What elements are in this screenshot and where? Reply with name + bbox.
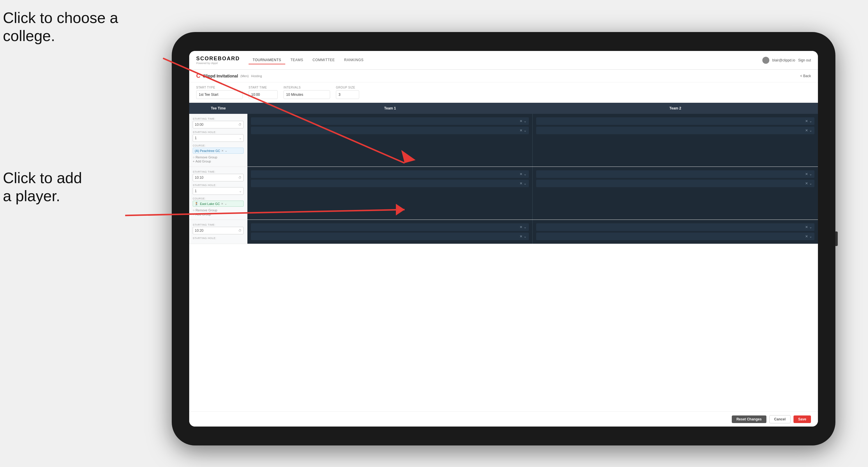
annotation-add-player: Click to add a player. [3, 169, 82, 205]
player-row-1-2-edit[interactable]: ⌄ [524, 128, 527, 132]
player-row-2-4[interactable]: ✕ ⌄ [536, 180, 814, 187]
player-row-1-2-x[interactable]: ✕ [520, 128, 523, 132]
starting-time-input-2[interactable]: 10:10 ⏱ [193, 174, 244, 181]
course-chip-1[interactable]: (A) Peachtree GC × ⌄ [193, 148, 244, 154]
course-chip-1-remove[interactable]: × [221, 149, 223, 153]
nav-link-tournaments[interactable]: TOURNAMENTS [249, 56, 285, 64]
user-email: blair@clippd.io [772, 58, 795, 62]
group-1-team2: ✕ ⌄ ✕ ⌄ [533, 114, 818, 166]
event-gender: (Men) [241, 74, 249, 78]
starting-hole-label-3: STARTING HOLE: [193, 237, 244, 240]
brand-name: SCOREBOARD [196, 56, 240, 62]
starting-hole-label-2: STARTING HOLE: [193, 184, 244, 187]
course-chip-1-expand[interactable]: ⌄ [225, 149, 227, 153]
th-team1: Team 1 [247, 105, 533, 112]
player-row-2-2-x[interactable]: ✕ [520, 181, 523, 185]
sign-out-link[interactable]: Sign out [798, 58, 811, 62]
player-row-1-3[interactable]: ✕ ⌄ [536, 117, 814, 125]
player-row-1-4-edit[interactable]: ⌄ [809, 128, 812, 132]
starting-time-label-3: STARTING TIME: [193, 223, 244, 226]
nav-link-committee[interactable]: COMMITTEE [309, 56, 339, 64]
starting-time-input-3[interactable]: 10:20 ⏱ [193, 227, 244, 235]
player-row-1-3-edit[interactable]: ⌄ [809, 119, 812, 123]
player-row-1-4[interactable]: ✕ ⌄ [536, 127, 814, 134]
player-row-2-3-x[interactable]: ✕ [805, 172, 808, 176]
start-time-label: Start Time [249, 86, 278, 89]
player-row-1-4-x[interactable]: ✕ [805, 128, 808, 132]
remove-group-1[interactable]: ○ Remove Group [193, 155, 244, 159]
player-row-3-4-x[interactable]: ✕ [805, 235, 808, 239]
starting-hole-select-1[interactable]: 1 ⌄ [193, 134, 244, 142]
starting-time-input-1[interactable]: 10:00 ⏱ [193, 121, 244, 128]
add-group-1[interactable]: + Add Group [193, 160, 244, 163]
cancel-button[interactable]: Cancel [769, 415, 790, 423]
player-row-1-2[interactable]: ✕ ⌄ [251, 127, 529, 134]
player-row-3-2-edit[interactable]: ⌄ [524, 235, 527, 239]
player-row-3-3-x[interactable]: ✕ [805, 225, 808, 229]
player-row-2-1-edit[interactable]: ⌄ [524, 172, 527, 176]
group-1-team1: ✕ ⌄ ✕ ⌄ [247, 114, 533, 166]
course-icon-2: 🏌 [195, 202, 199, 206]
intervals-label: Intervals [283, 86, 330, 89]
th-team2: Team 2 [533, 105, 818, 112]
course-chip-2-remove[interactable]: × [221, 201, 223, 206]
event-title: Clippd Invitational [203, 74, 238, 78]
intervals-select[interactable]: 10 Minutes [283, 90, 330, 99]
nav-link-rankings[interactable]: RANKINGS [340, 56, 368, 64]
player-row-2-2-edit[interactable]: ⌄ [524, 181, 527, 185]
back-button[interactable]: < Back [800, 74, 811, 78]
start-time-group: Start Time [249, 86, 278, 99]
group-row-2: STARTING TIME: 10:10 ⏱ STARTING HOLE: 1 … [189, 167, 818, 220]
save-button[interactable]: Save [794, 415, 811, 423]
reset-button[interactable]: Reset Changes [732, 415, 767, 423]
player-row-1-1[interactable]: ✕ ⌄ [251, 117, 529, 125]
clippd-logo: C [196, 72, 200, 79]
start-time-input[interactable] [249, 90, 278, 99]
group-2-team2: ✕ ⌄ ✕ ⌄ [533, 167, 818, 220]
group-1-info: STARTING TIME: 10:00 ⏱ STARTING HOLE: 1 … [189, 114, 247, 166]
player-row-3-4[interactable]: ✕ ⌄ [536, 232, 814, 240]
player-row-3-1[interactable]: ✕ ⌄ [251, 223, 529, 231]
start-type-select[interactable]: 1st Tee Start [196, 90, 243, 99]
player-row-1-1-x[interactable]: ✕ [520, 119, 523, 123]
player-row-2-4-x[interactable]: ✕ [805, 181, 808, 185]
player-row-3-3[interactable]: ✕ ⌄ [536, 223, 814, 231]
player-row-2-3-edit[interactable]: ⌄ [809, 172, 812, 176]
group-row-3: STARTING TIME: 10:20 ⏱ STARTING HOLE: ✕ … [189, 220, 818, 244]
start-type-label: Start Type [196, 86, 243, 89]
group-2-team1: ✕ ⌄ ✕ ⌄ [247, 167, 533, 220]
start-type-group: Start Type 1st Tee Start [196, 86, 243, 99]
course-chip-2-expand[interactable]: ⌄ [224, 202, 227, 206]
player-row-2-2[interactable]: ✕ ⌄ [251, 180, 529, 187]
course-chip-2[interactable]: 🏌 East Lake GC × ⌄ [193, 200, 244, 207]
tablet-side-button [835, 231, 838, 246]
player-row-3-4-edit[interactable]: ⌄ [809, 235, 812, 239]
starting-time-label-2: STARTING TIME: [193, 170, 244, 173]
player-row-2-3[interactable]: ✕ ⌄ [536, 170, 814, 178]
add-group-1-icon: + [193, 160, 194, 163]
add-group-2[interactable]: + Add Group [193, 213, 244, 216]
player-row-2-1[interactable]: ✕ ⌄ [251, 170, 529, 178]
player-row-2-4-edit[interactable]: ⌄ [809, 181, 812, 185]
player-row-3-1-x[interactable]: ✕ [520, 225, 523, 229]
nav-bar: SCOREBOARD Powered by clippd TOURNAMENTS… [189, 51, 818, 70]
group-size-group: Group Size 3 [336, 86, 359, 99]
player-row-3-3-edit[interactable]: ⌄ [809, 225, 812, 229]
player-row-1-3-x[interactable]: ✕ [805, 119, 808, 123]
group-2-actions: ○ Remove Group + Add Group [193, 209, 244, 216]
nav-link-teams[interactable]: TEAMS [286, 56, 307, 64]
intervals-group: Intervals 10 Minutes [283, 86, 330, 99]
player-row-1-1-edit[interactable]: ⌄ [524, 119, 527, 123]
starting-hole-select-2[interactable]: 1 ⌄ [193, 187, 244, 195]
player-row-2-1-x[interactable]: ✕ [520, 172, 523, 176]
table-header: Tee Time Team 1 Team 2 [189, 103, 818, 114]
th-tee-time: Tee Time [189, 105, 247, 112]
powered-by-text: Powered by clippd [196, 62, 240, 65]
player-row-3-1-edit[interactable]: ⌄ [524, 225, 527, 229]
remove-group-2[interactable]: ○ Remove Group [193, 209, 244, 212]
remove-group-2-icon: ○ [193, 209, 195, 212]
group-size-select[interactable]: 3 [336, 90, 359, 99]
course-chip-1-text: (A) Peachtree GC [195, 149, 220, 153]
player-row-3-2-x[interactable]: ✕ [520, 235, 523, 239]
player-row-3-2[interactable]: ✕ ⌄ [251, 232, 529, 240]
